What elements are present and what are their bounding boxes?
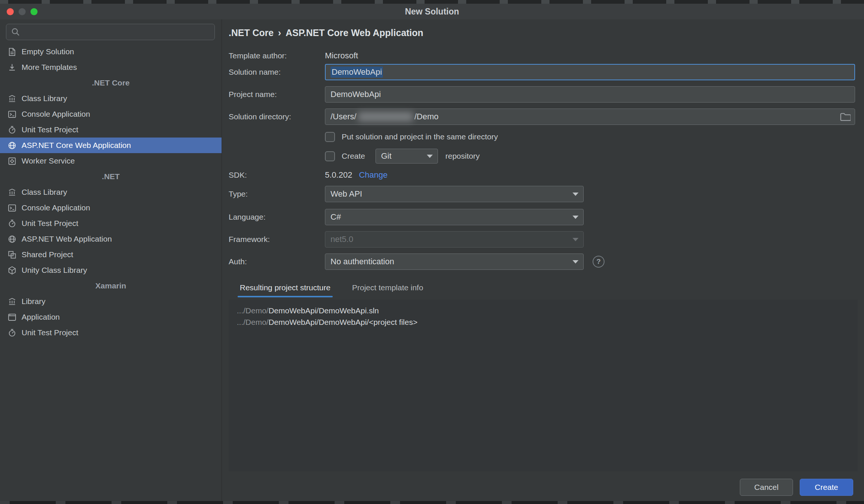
- item-label: Class Library: [22, 94, 67, 103]
- solution-name-value: DemoWebApi: [331, 67, 383, 78]
- sidebar-item-xamarin-library[interactable]: Library: [0, 294, 222, 309]
- framework-value: net5.0: [331, 235, 353, 244]
- item-label: ASP.NET Core Web Application: [22, 141, 131, 150]
- chevron-down-icon: [573, 216, 578, 219]
- auth-select[interactable]: No authentication: [325, 253, 584, 270]
- background-app-edge-top: [0, 0, 864, 4]
- sidebar-item-xamarin-application[interactable]: Application: [0, 309, 222, 325]
- library-icon: [7, 188, 17, 197]
- item-label: Class Library: [22, 188, 67, 197]
- zoom-window-button[interactable]: [30, 8, 38, 15]
- sidebar-item-net-shared-project[interactable]: Shared Project: [0, 247, 222, 262]
- sdk-version: 5.0.202: [325, 170, 352, 180]
- solution-name-input[interactable]: DemoWebApi: [325, 64, 855, 80]
- tab-project-template-info[interactable]: Project template info: [350, 280, 425, 297]
- background-app-edge-bottom: [0, 501, 864, 504]
- console-icon: [7, 203, 17, 213]
- item-label: Unit Test Project: [22, 219, 78, 228]
- cancel-button[interactable]: Cancel: [740, 479, 793, 496]
- help-icon[interactable]: ?: [593, 256, 605, 268]
- breadcrumb: .NET Core › ASP.NET Core Web Application: [229, 28, 423, 38]
- project-name-label: Project name:: [229, 86, 277, 103]
- item-label: Console Application: [22, 110, 90, 119]
- globe-icon: [7, 235, 17, 244]
- auth-label: Auth:: [229, 253, 247, 270]
- template-list: Empty Solution More Templates .NET Core …: [0, 44, 222, 340]
- breadcrumb-current: ASP.NET Core Web Application: [286, 28, 423, 38]
- sidebar-item-net-aspnet-web-application[interactable]: ASP.NET Web Application: [0, 231, 222, 247]
- window-title: New Solution: [0, 4, 864, 19]
- path-main: DemoWebApi/DemoWebApi/<project files>: [268, 318, 418, 326]
- solution-directory-suffix: /Demo: [415, 112, 439, 122]
- item-label: Unit Test Project: [22, 328, 78, 337]
- template-sidebar: Empty Solution More Templates .NET Core …: [0, 19, 222, 501]
- browse-folder-icon[interactable]: [839, 111, 851, 123]
- sidebar-section-xamarin: Xamarin: [0, 278, 222, 294]
- sdk-value-row: 5.0.202Change: [325, 169, 387, 181]
- sdk-label: SDK:: [229, 169, 247, 181]
- sidebar-item-net-console-application[interactable]: Console Application: [0, 200, 222, 216]
- tab-resulting-project-structure[interactable]: Resulting project structure: [238, 280, 333, 297]
- item-label: Unit Test Project: [22, 125, 78, 134]
- chevron-down-icon: [427, 155, 433, 158]
- framework-select: net5.0: [325, 231, 584, 248]
- language-value: C#: [331, 212, 341, 222]
- sidebar-item-netcore-worker-service[interactable]: Worker Service: [0, 153, 222, 169]
- sidebar-item-xamarin-unit-test-project[interactable]: Unit Test Project: [0, 325, 222, 340]
- language-select[interactable]: C#: [325, 209, 584, 225]
- project-structure-panel: .../Demo/DemoWebApi/DemoWebApi.sln .../D…: [229, 300, 858, 471]
- solution-directory-input[interactable]: /Users/ /Demo: [325, 109, 855, 125]
- globe-icon: [7, 141, 17, 150]
- minimize-window-button[interactable]: [19, 8, 26, 15]
- unity-cube-icon: [7, 266, 17, 275]
- item-label: Console Application: [22, 203, 90, 212]
- chevron-down-icon: [573, 260, 578, 264]
- library-icon: [7, 297, 17, 306]
- chevron-down-icon: [573, 193, 578, 196]
- test-icon: [7, 219, 17, 228]
- sidebar-item-netcore-aspnet-core-web-application[interactable]: ASP.NET Core Web Application: [0, 138, 222, 153]
- sidebar-section-net: .NET: [0, 169, 222, 184]
- framework-label: Framework:: [229, 231, 270, 248]
- sidebar-item-netcore-console-application[interactable]: Console Application: [0, 106, 222, 122]
- sidebar-item-net-unity-class-library[interactable]: Unity Class Library: [0, 262, 222, 278]
- vcs-value: Git: [381, 151, 391, 161]
- sidebar-item-more-templates[interactable]: More Templates: [0, 59, 222, 75]
- sidebar-item-netcore-unit-test-project[interactable]: Unit Test Project: [0, 122, 222, 138]
- search-input[interactable]: [23, 24, 215, 40]
- auth-value: No authentication: [331, 257, 394, 266]
- preview-tabs: Resulting project structure Project temp…: [238, 280, 442, 297]
- same-directory-checkbox[interactable]: [325, 132, 335, 142]
- titlebar[interactable]: New Solution: [0, 4, 864, 20]
- item-label: ASP.NET Web Application: [22, 235, 112, 243]
- sidebar-section-net-core: .NET Core: [0, 75, 222, 91]
- item-label: Application: [22, 313, 60, 322]
- item-label: Library: [22, 297, 45, 306]
- breadcrumb-parent: .NET Core: [229, 28, 274, 38]
- template-settings-panel: .NET Core › ASP.NET Core Web Application…: [222, 19, 864, 501]
- close-window-button[interactable]: [7, 8, 14, 15]
- breadcrumb-separator: ›: [278, 28, 281, 38]
- language-label: Language:: [229, 209, 265, 225]
- window-controls: [7, 4, 38, 19]
- project-name-input[interactable]: DemoWebApi: [325, 86, 855, 103]
- sdk-change-link[interactable]: Change: [359, 170, 387, 180]
- sidebar-item-net-unit-test-project[interactable]: Unit Test Project: [0, 216, 222, 231]
- sidebar-item-net-class-library[interactable]: Class Library: [0, 184, 222, 200]
- sidebar-item-netcore-class-library[interactable]: Class Library: [0, 91, 222, 106]
- library-icon: [7, 94, 17, 103]
- solution-directory-prefix: /Users/: [331, 112, 357, 122]
- search-field[interactable]: [6, 24, 215, 40]
- project-name-value: DemoWebApi: [331, 90, 381, 99]
- path-prefix: .../Demo/: [237, 318, 268, 326]
- path-main: DemoWebApi/DemoWebApi.sln: [268, 306, 379, 315]
- vcs-select[interactable]: Git: [375, 149, 438, 164]
- create-repository-checkbox[interactable]: [325, 151, 335, 161]
- create-repository-label: Create: [342, 150, 365, 162]
- sidebar-item-empty-solution[interactable]: Empty Solution: [0, 44, 222, 59]
- dialog-content: Empty Solution More Templates .NET Core …: [0, 19, 864, 501]
- solution-directory-label: Solution directory:: [229, 109, 291, 125]
- type-select[interactable]: Web API: [325, 186, 584, 202]
- create-button[interactable]: Create: [800, 479, 853, 496]
- test-icon: [7, 328, 17, 337]
